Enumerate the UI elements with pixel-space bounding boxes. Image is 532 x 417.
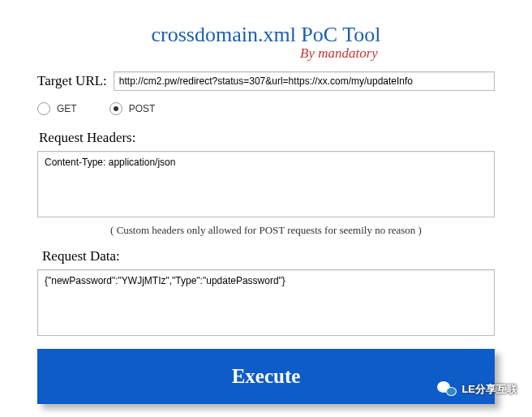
watermark-text: LE分享互联: [461, 382, 517, 397]
get-label: GET: [57, 103, 77, 114]
target-url-input[interactable]: [114, 71, 495, 91]
header: crossdomain.xml PoC Tool By mandatory: [0, 0, 532, 71]
wechat-icon: [437, 381, 457, 398]
url-row: Target URL:: [37, 71, 495, 91]
page-title: crossdomain.xml PoC Tool: [0, 23, 532, 47]
radio-icon[interactable]: [37, 102, 50, 115]
page-subtitle: By mandatory: [146, 45, 532, 62]
form-area: Target URL: GET POST Request Headers: ( …: [0, 71, 532, 404]
request-data-label: Request Data:: [42, 248, 495, 264]
method-row: GET POST: [37, 102, 495, 115]
post-label: POST: [129, 103, 156, 114]
request-headers-label: Request Headers:: [39, 130, 495, 146]
radio-icon[interactable]: [109, 102, 122, 115]
execute-button[interactable]: Execute: [37, 349, 495, 404]
radio-post[interactable]: POST: [109, 102, 156, 115]
target-url-label: Target URL:: [37, 73, 107, 89]
radio-dot-icon: [114, 106, 118, 111]
request-data-input[interactable]: [37, 269, 495, 336]
headers-hint: ( Custom headers only allowed for POST r…: [37, 224, 495, 237]
radio-get[interactable]: GET: [37, 102, 77, 115]
request-headers-input[interactable]: [37, 151, 495, 217]
watermark: LE分享互联: [437, 381, 517, 398]
